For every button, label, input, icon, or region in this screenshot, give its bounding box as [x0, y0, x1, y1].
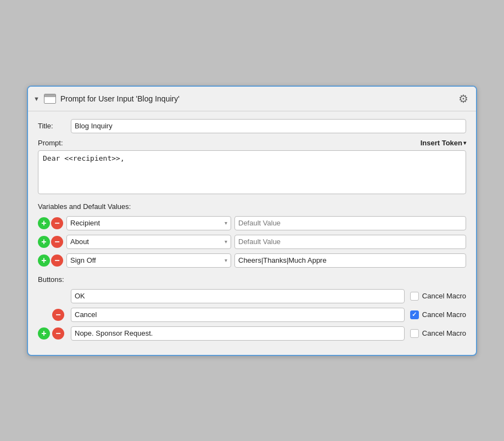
window-icon — [44, 94, 56, 104]
variable-name-input-1[interactable] — [67, 236, 221, 247]
title-input[interactable] — [71, 119, 466, 133]
cancel-macro-label-2: Cancel Macro — [422, 329, 466, 337]
variable-chevron-icon-0[interactable]: ▾ — [221, 220, 231, 226]
prompt-header: Prompt: Insert Token ▾ — [38, 139, 466, 147]
variable-remove-button-0[interactable]: − — [51, 217, 63, 229]
panel-header: ▼ Prompt for User Input 'Blog Inquiry' ⚙ — [28, 87, 476, 111]
button-icon-group-1: − — [38, 309, 65, 321]
buttons-section: Buttons: Cancel Macro − Cancel Macro — [38, 275, 466, 341]
variable-row: + − ▾ — [38, 253, 466, 268]
button-remove-button-1[interactable]: − — [52, 309, 64, 321]
variable-name-wrap-2: ▾ — [66, 253, 231, 268]
variable-row: + − ▾ — [38, 235, 466, 249]
title-label: Title: — [38, 122, 71, 130]
cancel-macro-checkbox-0[interactable] — [410, 292, 419, 301]
buttons-list: Cancel Macro − Cancel Macro + − Cancel M… — [38, 289, 466, 341]
cancel-macro-checkbox-1[interactable] — [410, 310, 419, 319]
insert-token-label: Insert Token — [421, 139, 462, 147]
button-icon-group-2: + − — [38, 327, 65, 340]
cancel-macro-wrap-1: Cancel Macro — [410, 310, 466, 319]
variable-default-input-0[interactable] — [234, 216, 466, 230]
variable-default-input-1[interactable] — [234, 235, 466, 249]
variables-list: + − ▾ + − ▾ + − — [38, 216, 466, 268]
variable-add-button-1[interactable]: + — [38, 236, 50, 248]
cancel-macro-checkbox-2[interactable] — [410, 329, 419, 338]
variable-icon-group-1: + − — [38, 236, 63, 248]
insert-token-chevron-icon: ▾ — [463, 140, 466, 146]
button-name-input-0[interactable] — [71, 289, 405, 303]
panel-body: Title: Prompt: Insert Token ▾ Variables … — [28, 111, 476, 355]
collapse-arrow-icon[interactable]: ▼ — [33, 95, 40, 102]
button-row: − Cancel Macro — [38, 308, 466, 322]
variable-icon-group-0: + − — [38, 217, 63, 229]
variable-row: + − ▾ — [38, 216, 466, 230]
variable-default-input-2[interactable] — [234, 253, 466, 268]
title-row: Title: — [38, 119, 466, 133]
cancel-macro-label-1: Cancel Macro — [422, 310, 466, 319]
cancel-macro-wrap-0: Cancel Macro — [410, 292, 466, 301]
variables-section-label: Variables and Default Values: — [38, 202, 466, 211]
gear-button[interactable]: ⚙ — [458, 92, 468, 105]
cancel-macro-wrap-2: Cancel Macro — [410, 329, 466, 338]
header-left: ▼ Prompt for User Input 'Blog Inquiry' — [33, 94, 180, 104]
main-panel: ▼ Prompt for User Input 'Blog Inquiry' ⚙… — [27, 86, 477, 356]
button-add-button-2[interactable]: + — [38, 327, 50, 340]
button-remove-button-2[interactable]: − — [52, 327, 64, 340]
cancel-macro-label-0: Cancel Macro — [422, 292, 466, 300]
button-name-input-2[interactable] — [71, 326, 405, 341]
variable-name-wrap-1: ▾ — [66, 235, 231, 249]
insert-token-button[interactable]: Insert Token ▾ — [421, 139, 466, 147]
prompt-textarea[interactable] — [38, 150, 466, 194]
button-row: Cancel Macro — [38, 289, 466, 303]
prompt-label: Prompt: — [38, 139, 63, 147]
buttons-section-label: Buttons: — [38, 275, 466, 284]
button-name-input-1[interactable] — [71, 308, 405, 322]
variable-name-input-2[interactable] — [67, 255, 221, 265]
variable-name-wrap-0: ▾ — [66, 216, 231, 230]
variable-chevron-icon-2[interactable]: ▾ — [221, 257, 231, 263]
variable-remove-button-1[interactable]: − — [51, 236, 63, 248]
button-row: + − Cancel Macro — [38, 326, 466, 341]
panel-title: Prompt for User Input 'Blog Inquiry' — [60, 94, 180, 103]
variable-icon-group-2: + − — [38, 255, 63, 267]
variable-add-button-2[interactable]: + — [38, 255, 50, 267]
variable-name-input-0[interactable] — [67, 218, 221, 228]
variable-remove-button-2[interactable]: − — [51, 255, 63, 267]
variable-chevron-icon-1[interactable]: ▾ — [221, 239, 231, 245]
variable-add-button-0[interactable]: + — [38, 217, 50, 229]
